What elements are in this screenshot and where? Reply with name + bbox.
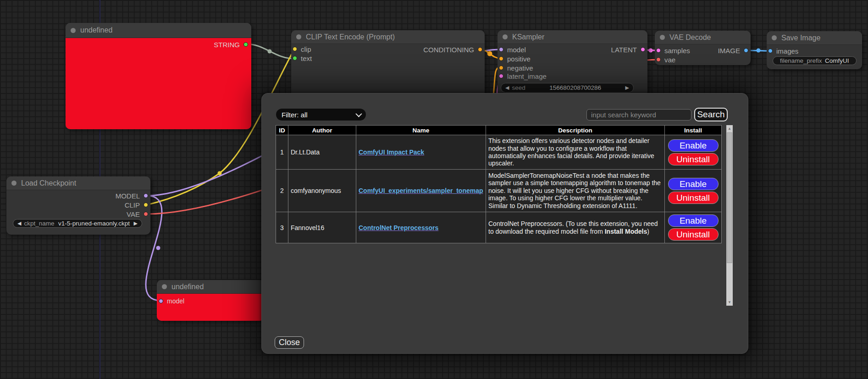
input-label: text	[301, 55, 312, 62]
node-title-bar[interactable]: Load Checkpoint	[6, 176, 150, 190]
extension-link[interactable]: ComfyUI_experiments/sampler_tonemap	[359, 187, 483, 194]
input-label: images	[776, 47, 798, 55]
filename-prefix-widget[interactable]: filename_prefix ComfyUI	[773, 56, 857, 65]
search-button[interactable]: Search	[694, 108, 728, 121]
input-port[interactable]	[499, 74, 503, 78]
collapse-dot-icon[interactable]	[71, 28, 76, 33]
input-port[interactable]	[768, 49, 773, 53]
node-title: Load Checkpoint	[21, 179, 76, 187]
input-latent-image: latent_image	[499, 72, 547, 80]
wire-dot-image	[757, 49, 761, 53]
scrollbar-thumb[interactable]	[727, 132, 732, 263]
enable-button[interactable]: Enable	[668, 214, 719, 227]
output-conditioning: CONDITIONING	[423, 45, 482, 54]
cell-description: ModelSamplerTonemapNoiseTest a node that…	[486, 170, 665, 212]
widget-label: filename_prefix	[780, 57, 822, 64]
output-port[interactable]	[744, 48, 748, 53]
widget-label: ckpt_name	[24, 220, 54, 227]
filter-select[interactable]: Filter: all	[276, 109, 366, 121]
node-title-bar[interactable]: KSampler	[498, 30, 647, 44]
node-undefined-bottom[interactable]: undefined model	[157, 280, 265, 321]
collapse-dot-icon[interactable]	[296, 34, 301, 39]
input-clip: clip	[293, 45, 311, 53]
ckpt-name-widget[interactable]: ◀ ckpt_name v1-5-pruned-emaonly.ckpt ▶	[13, 219, 142, 228]
wire-dot-latent	[649, 49, 653, 53]
table-row: 3 Fannovel16 ControlNet Preprocessors Co…	[276, 212, 722, 243]
header-description: Description	[486, 126, 665, 135]
chevron-down-icon	[355, 111, 362, 117]
input-port[interactable]	[293, 47, 297, 51]
input-port[interactable]	[656, 48, 661, 53]
cell-author: comfyanonymous	[288, 170, 356, 212]
uninstall-button[interactable]: Uninstall	[668, 192, 719, 204]
input-label: model	[167, 297, 184, 305]
collapse-dot-icon[interactable]	[772, 35, 777, 40]
node-title-bar[interactable]: CLIP Text Encode (Prompt)	[291, 30, 485, 44]
output-label: CLIP	[125, 201, 140, 209]
widget-value: ComfyUI	[822, 57, 852, 64]
scroll-down-icon[interactable]: ▼	[726, 299, 733, 306]
header-id: ID	[276, 126, 288, 135]
node-save-image[interactable]: Save Image images filename_prefix ComfyU…	[767, 31, 862, 69]
input-model: model	[499, 45, 526, 54]
output-label: LATENT	[611, 46, 637, 54]
uninstall-button[interactable]: Uninstall	[668, 228, 719, 241]
node-undefined-top[interactable]: undefined STRING	[66, 23, 251, 129]
close-button[interactable]: Close	[275, 336, 304, 349]
output-port[interactable]	[144, 193, 148, 198]
node-load-checkpoint[interactable]: Load Checkpoint MODEL CLIP VAE ◀ ckpt_na…	[6, 176, 150, 235]
collapse-dot-icon[interactable]	[660, 35, 665, 40]
input-port[interactable]	[656, 57, 661, 62]
enable-button[interactable]: Enable	[668, 139, 719, 152]
output-label: VAE	[127, 210, 140, 218]
output-image: IMAGE	[718, 46, 748, 55]
cell-description: ControlNet Preprocessors. (To use this e…	[486, 212, 665, 243]
collapse-dot-icon[interactable]	[162, 284, 167, 289]
seed-widget[interactable]: ◀ seed 156680208700286 ▶	[501, 83, 634, 93]
node-title-bar[interactable]: VAE Decode	[655, 31, 751, 44]
output-label: MODEL	[116, 192, 140, 200]
input-port[interactable]	[293, 56, 297, 60]
next-arrow-icon[interactable]: ▶	[134, 220, 138, 226]
scroll-up-icon[interactable]: ▲	[726, 125, 733, 132]
search-button-label: Search	[697, 110, 724, 120]
output-port[interactable]	[144, 203, 148, 207]
input-positive: positive	[499, 55, 531, 63]
input-label: negative	[507, 64, 533, 72]
output-label: STRING	[214, 41, 240, 49]
enable-button[interactable]: Enable	[668, 178, 719, 190]
prev-arrow-icon[interactable]: ◀	[17, 220, 21, 226]
input-port[interactable]	[499, 66, 503, 70]
decrement-arrow-icon[interactable]: ◀	[505, 85, 509, 91]
input-port[interactable]	[159, 299, 163, 303]
node-title-bar[interactable]: undefined	[157, 280, 265, 294]
cell-id: 3	[276, 212, 288, 243]
input-label: latent_image	[507, 72, 547, 80]
table-scrollbar[interactable]: ▲ ▼	[726, 125, 733, 306]
input-label: clip	[301, 45, 311, 53]
output-clip: CLIP	[125, 201, 148, 209]
node-title: CLIP Text Encode (Prompt)	[306, 33, 395, 41]
wire-dot-string	[268, 49, 272, 54]
input-port[interactable]	[499, 47, 503, 52]
output-port[interactable]	[144, 212, 148, 216]
extension-table-scroll-area: ID Author Name Description Install 1 Dr.…	[276, 125, 733, 306]
output-port[interactable]	[243, 42, 248, 47]
header-author: Author	[288, 126, 356, 135]
collapse-dot-icon[interactable]	[503, 34, 508, 39]
extension-link[interactable]: ControlNet Preprocessors	[359, 224, 438, 231]
output-port[interactable]	[478, 47, 482, 52]
increment-arrow-icon[interactable]: ▶	[625, 85, 629, 91]
extension-link[interactable]: ComfyUI Impact Pack	[359, 148, 424, 156]
uninstall-button[interactable]: Uninstall	[668, 153, 719, 165]
node-title-bar[interactable]: undefined	[66, 23, 251, 38]
node-title-bar[interactable]: Save Image	[767, 31, 862, 45]
extension-manager-dialog: Filter: all Search ID Author Name Descri…	[261, 93, 748, 354]
input-port[interactable]	[499, 56, 503, 61]
node-vae-decode[interactable]: VAE Decode samples vae IMAGE	[655, 31, 751, 65]
node-ksampler[interactable]: KSampler model positive negative latent_…	[498, 30, 647, 97]
output-port[interactable]	[641, 47, 645, 52]
output-vae: VAE	[127, 210, 148, 218]
search-input[interactable]	[586, 109, 691, 121]
collapse-dot-icon[interactable]	[11, 181, 17, 186]
